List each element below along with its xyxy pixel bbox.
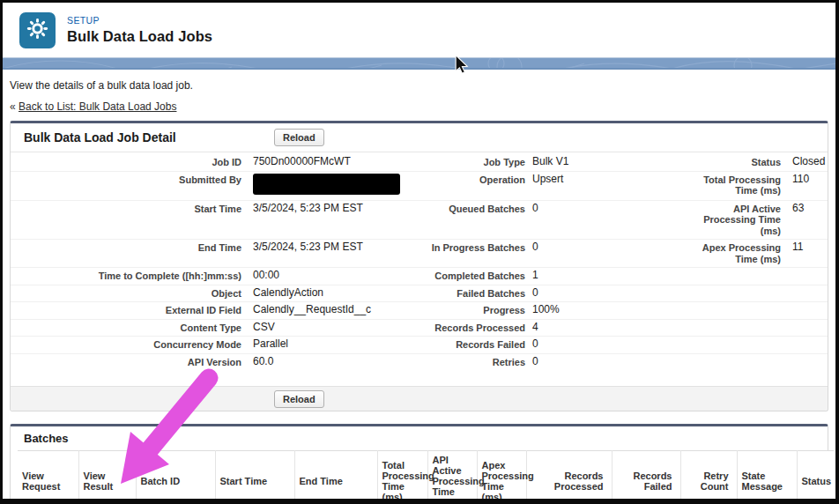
field-value: 0 bbox=[532, 356, 621, 367]
batches-section: Batches View Request View Result Batch I… bbox=[10, 424, 828, 504]
detail-row: Object CalendlyAction Failed Batches 0 bbox=[11, 285, 828, 302]
col-records-failed: Records Failed bbox=[612, 451, 680, 504]
field-label: API Version bbox=[11, 356, 241, 368]
field-label: Job ID bbox=[11, 156, 241, 168]
field-label: Records Failed bbox=[382, 338, 525, 351]
field-value: CalendlyAction bbox=[253, 287, 382, 299]
field-label: Job Type bbox=[382, 156, 525, 168]
field-label: Object bbox=[11, 287, 241, 300]
back-to-list-link[interactable]: Back to List: Bulk Data Load Jobs bbox=[19, 100, 176, 113]
field-value: Calendly__RequestId__c bbox=[253, 304, 382, 315]
col-records-processed: Records Processed bbox=[526, 451, 612, 504]
job-detail-footer: Reload bbox=[11, 386, 828, 411]
field-label: Submitted By bbox=[11, 174, 241, 186]
job-detail-rows: Job ID 750Dn00000FMcWT Job Type Bulk V1 … bbox=[11, 152, 828, 370]
field-label bbox=[702, 338, 781, 339]
field-value: 0 bbox=[532, 241, 621, 253]
field-value: 750Dn00000FMcWT bbox=[253, 156, 382, 167]
field-label: Retries bbox=[382, 356, 525, 368]
back-chevrons: « bbox=[10, 100, 16, 113]
job-detail-section: Bulk Data Load Job Detail Reload Job ID … bbox=[10, 121, 828, 411]
field-label: In Progress Batches bbox=[382, 241, 525, 254]
detail-row: End Time 3/5/2024, 5:23 PM EST In Progre… bbox=[11, 239, 828, 267]
detail-row: Job ID 750Dn00000FMcWT Job Type Bulk V1 … bbox=[11, 152, 828, 171]
field-label bbox=[702, 270, 781, 271]
field-value: 11 bbox=[792, 241, 828, 253]
setup-gear-tile bbox=[19, 12, 56, 48]
field-value: 3/5/2024, 5:23 PM EST bbox=[253, 241, 382, 253]
field-value: 0 bbox=[532, 203, 621, 214]
field-value: Upsert bbox=[532, 174, 621, 185]
field-label: Records Processed bbox=[382, 322, 525, 334]
col-status: Status bbox=[797, 451, 834, 504]
field-value: Bulk V1 bbox=[532, 156, 621, 167]
field-value: 110 bbox=[792, 174, 828, 185]
col-start-time: Start Time bbox=[215, 451, 294, 504]
reload-button-top[interactable]: Reload bbox=[274, 129, 324, 146]
field-value: Parallel bbox=[253, 338, 382, 350]
col-view-request: View Request bbox=[18, 451, 78, 504]
detail-row: API Version 60.0 Retries 0 bbox=[11, 353, 828, 371]
setup-header: SETUP Bulk Data Load Jobs bbox=[3, 3, 835, 57]
detail-row: External ID Field Calendly__RequestId__c… bbox=[11, 301, 828, 319]
col-view-result: View Result bbox=[78, 451, 136, 504]
field-label bbox=[702, 287, 781, 288]
field-label: Time to Complete ([hh:]mm:ss) bbox=[11, 270, 241, 282]
field-value: Closed bbox=[792, 156, 828, 167]
field-label bbox=[702, 304, 781, 305]
field-label bbox=[702, 322, 781, 322]
field-value bbox=[253, 174, 382, 197]
batches-title: Batches bbox=[11, 426, 828, 445]
detail-row: Time to Complete ([hh:]mm:ss) 00:00 Comp… bbox=[11, 267, 828, 285]
field-value: 0 bbox=[532, 287, 621, 299]
field-label: Queued Batches bbox=[382, 203, 525, 215]
gear-icon bbox=[26, 17, 49, 44]
redacted-value bbox=[253, 174, 400, 195]
col-batch-id: Batch ID bbox=[136, 451, 215, 504]
field-label: Completed Batches bbox=[382, 270, 525, 282]
decorative-banner bbox=[3, 57, 835, 70]
field-label: Total Processing Time (ms) bbox=[702, 174, 781, 196]
field-label: Failed Batches bbox=[382, 287, 525, 300]
field-label: Start Time bbox=[11, 203, 241, 215]
field-label: Status bbox=[702, 156, 781, 168]
col-api-active-processing: API Active Processing Time (ms) bbox=[427, 451, 477, 504]
field-label: External ID Field bbox=[11, 304, 241, 316]
job-detail-title: Bulk Data Load Job Detail bbox=[24, 130, 176, 145]
field-value: 63 bbox=[792, 203, 828, 214]
breadcrumb: « Back to List: Bulk Data Load Jobs bbox=[10, 100, 835, 113]
detail-row: Start Time 3/5/2024, 5:23 PM EST Queued … bbox=[11, 200, 828, 240]
batches-header-row: View Request View Result Batch ID Start … bbox=[18, 451, 834, 504]
detail-row: Submitted By Operation Upsert Total Proc… bbox=[11, 171, 828, 200]
field-value: 60.0 bbox=[253, 356, 382, 367]
field-value: 3/5/2024, 5:23 PM EST bbox=[253, 203, 382, 214]
field-value: 100% bbox=[532, 304, 621, 315]
field-label: Operation bbox=[382, 174, 525, 186]
col-end-time: End Time bbox=[294, 451, 377, 504]
col-apex-processing: Apex Processing Time (ms) bbox=[477, 451, 526, 504]
field-value: 00:00 bbox=[253, 270, 382, 281]
batches-table: View Request View Result Batch ID Start … bbox=[18, 450, 834, 504]
col-total-processing: Total Processing Time (ms) bbox=[377, 451, 427, 504]
col-retry-count: Retry Count bbox=[680, 451, 737, 504]
field-label: Concurrency Mode bbox=[11, 338, 241, 351]
batches-table-container: View Request View Result Batch ID Start … bbox=[18, 450, 834, 504]
field-label: End Time bbox=[11, 241, 241, 254]
intro-text: View the details of a bulk data load job… bbox=[10, 79, 835, 92]
page-title: Bulk Data Load Jobs bbox=[67, 28, 212, 45]
field-value: CSV bbox=[253, 322, 382, 333]
field-label: API Active Processing Time (ms) bbox=[702, 203, 781, 237]
col-state-message: State Message bbox=[737, 451, 797, 504]
field-value: 0 bbox=[532, 338, 621, 350]
detail-row: Content Type CSV Records Processed 4 bbox=[11, 319, 828, 337]
field-label: Apex Processing Time (ms) bbox=[702, 241, 781, 264]
setup-eyebrow: SETUP bbox=[67, 15, 212, 26]
field-label: Progress bbox=[382, 304, 525, 316]
field-value: 1 bbox=[532, 270, 621, 281]
field-value: 4 bbox=[532, 322, 621, 333]
field-label: Content Type bbox=[11, 322, 241, 334]
job-detail-header: Bulk Data Load Job Detail Reload bbox=[11, 123, 828, 152]
reload-button-bottom[interactable]: Reload bbox=[274, 390, 324, 408]
field-label bbox=[702, 356, 781, 357]
detail-row: Concurrency Mode Parallel Records Failed… bbox=[11, 336, 828, 353]
